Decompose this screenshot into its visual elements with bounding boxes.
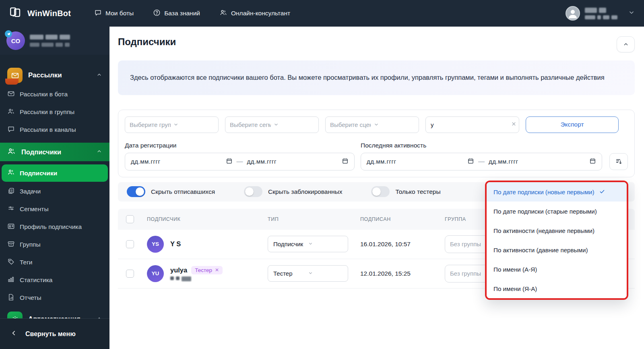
calendar-icon[interactable]: [467, 158, 474, 166]
scenario-filter-select[interactable]: Выберите сценарий: [325, 116, 419, 133]
select-all-checkbox[interactable]: [126, 215, 134, 223]
user-name-redacted: [585, 8, 617, 19]
clear-search-icon[interactable]: [511, 121, 517, 129]
nav-online-consultant[interactable]: Онлайн-консультант: [219, 9, 290, 18]
date-placeholder: дд.мм.гггг: [131, 158, 223, 165]
last-activity-label: Последняя активность: [361, 142, 426, 149]
navbar-user-area[interactable]: [566, 6, 635, 21]
only-testers-label: Только тестеры: [395, 188, 440, 195]
collapse-panel-button[interactable]: [617, 36, 635, 52]
chevron-up-icon[interactable]: [96, 148, 102, 156]
group-filter-placeholder: Выберите группу подпис: [130, 121, 171, 128]
sidebar-item-reports[interactable]: Отчеты: [0, 289, 109, 307]
chevron-down-icon[interactable]: [628, 9, 635, 18]
chevron-down-icon: [308, 270, 343, 277]
sidebar-item-subscribers-active[interactable]: Подписчики: [2, 164, 108, 182]
nav-my-bots-label: Мои боты: [105, 10, 134, 17]
people-icon: [7, 147, 16, 157]
sidebar-item-label: Статистика: [20, 276, 52, 284]
bot-avatar-initials: CO: [11, 37, 21, 44]
group-filter-select[interactable]: Выберите группу подпис: [125, 116, 219, 133]
range-separator: —: [237, 158, 243, 165]
date-placeholder: дд.мм.гггг: [247, 158, 339, 165]
bot-name-redacted: [30, 35, 70, 47]
sidebar-item-label: Группы: [20, 241, 41, 248]
sidebar-item-statistics[interactable]: Статистика: [0, 271, 109, 289]
bot-profile[interactable]: CO: [0, 27, 109, 55]
filters-panel: Выберите группу подпис Выберите сегмент …: [118, 110, 635, 177]
export-button[interactable]: Экспорт: [526, 116, 619, 133]
activity-date-range: дд.мм.гггг — дд.мм.гггг: [361, 153, 602, 170]
sidebar-item-subscriber-profile[interactable]: Профиль подписчика: [0, 218, 109, 236]
subscriber-name[interactable]: Y S: [170, 240, 181, 248]
remove-tag-icon[interactable]: ✕: [215, 267, 219, 273]
brand-name: WinWinBot: [27, 9, 71, 18]
calendar-icon[interactable]: [226, 158, 233, 166]
people-icon: [219, 9, 227, 18]
sort-dropdown-annotated: По дате подписки (новые первыми) По дате…: [485, 181, 628, 300]
calendar-icon[interactable]: [342, 158, 349, 166]
chat-bubble-icon: [7, 125, 15, 135]
telegram-badge-icon: [5, 30, 12, 37]
nav-knowledge-base[interactable]: База знаний: [153, 9, 200, 18]
sidebar-item-segments[interactable]: Сегменты: [0, 200, 109, 218]
sidebar-item-label: Рассылки в каналы: [20, 126, 76, 133]
tag-icon: [7, 258, 15, 267]
sort-option-name-za[interactable]: По имени (Я-А): [487, 279, 627, 298]
column-subscribed: ПОДПИСАН: [360, 216, 445, 222]
question-circle-icon: [153, 9, 161, 18]
subscriber-name[interactable]: yulya: [170, 266, 187, 274]
sort-option-activity-recent[interactable]: По активности (недавние первыми): [487, 221, 627, 240]
sidebar-section-subscribers[interactable]: Подписчики: [0, 143, 109, 161]
sidebar-item-tags[interactable]: Теги: [0, 253, 109, 271]
chevron-down-icon: [308, 241, 343, 247]
row-checkbox[interactable]: [126, 240, 134, 248]
sort-option-date-oldest[interactable]: По дате подписки (старые первыми): [487, 202, 627, 221]
bar-chart-icon: [7, 276, 15, 285]
subscribed-date: 12.01.2026, 15:25: [360, 270, 445, 277]
registration-date-from[interactable]: дд.мм.гггг: [131, 158, 233, 166]
scenario-filter-placeholder: Выберите сценарий: [330, 121, 371, 128]
sliders-icon: [7, 205, 15, 214]
hide-blocked-toggle[interactable]: [244, 186, 262, 197]
registration-date-range: дд.мм.гггг — дд.мм.гггг: [125, 153, 355, 170]
sidebar-item-mailings-bot[interactable]: Рассылки в бота: [0, 85, 109, 103]
segment-filter-select[interactable]: Выберите сегмент: [225, 116, 319, 133]
chevron-up-icon[interactable]: [96, 72, 102, 79]
collapse-menu-label: Свернуть меню: [25, 330, 76, 338]
sidebar-item-mailings-groups[interactable]: Рассылки в группы: [0, 103, 109, 121]
nav-my-bots[interactable]: Мои боты: [94, 9, 134, 18]
hide-unsubscribed-label: Скрыть отписавшихся: [151, 188, 215, 195]
collapse-menu-button[interactable]: Свернуть меню: [0, 318, 109, 349]
sort-option-date-newest[interactable]: По дате подписки (новые первыми): [487, 182, 627, 202]
sort-option-activity-oldest[interactable]: По активности (давние первыми): [487, 240, 627, 260]
calendar-icon[interactable]: [589, 158, 596, 166]
search-field[interactable]: [425, 116, 519, 133]
bot-avatar: CO: [6, 31, 25, 50]
registration-date-label: Дата регистрации: [125, 142, 361, 149]
check-icon: [599, 188, 605, 196]
people-icon: [7, 108, 15, 117]
sidebar-item-tasks[interactable]: Задачи: [0, 183, 109, 200]
activity-date-to[interactable]: дд.мм.гггг: [489, 158, 596, 166]
registration-date-to[interactable]: дд.мм.гггг: [247, 158, 349, 166]
subscriber-type-select[interactable]: Подписчик: [268, 236, 348, 252]
sidebar-item-mailings-channels[interactable]: Рассылки в каналы: [0, 121, 109, 139]
sort-order-button[interactable]: [609, 153, 628, 170]
nav-online-consultant-label: Онлайн-консультант: [231, 10, 290, 17]
sidebar-item-groups[interactable]: Группы: [0, 236, 109, 253]
sidebar-item-label: Сегменты: [20, 206, 49, 213]
search-input[interactable]: [431, 121, 511, 128]
chevron-left-icon: [10, 330, 17, 338]
brand[interactable]: WinWinBot: [9, 6, 71, 21]
avatar: YS: [147, 236, 164, 253]
only-testers-toggle[interactable]: [371, 186, 390, 197]
hide-unsubscribed-toggle[interactable]: [127, 186, 145, 197]
user-avatar[interactable]: [566, 6, 580, 21]
sidebar-item-label: Отчеты: [20, 294, 41, 301]
activity-date-from[interactable]: дд.мм.гггг: [367, 158, 474, 166]
subscriber-type-select[interactable]: Тестер: [268, 265, 348, 282]
row-checkbox[interactable]: [126, 270, 134, 278]
main-nav: Мои боты База знаний Онлайн-консультант: [94, 9, 290, 18]
sort-option-name-az[interactable]: По имени (А-Я): [487, 260, 627, 279]
